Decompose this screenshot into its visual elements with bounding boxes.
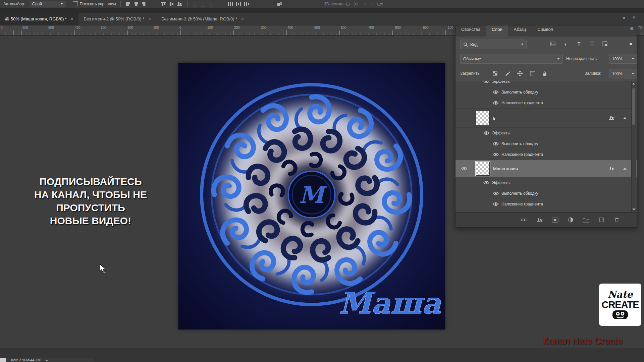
visibility-eye-icon[interactable] [483,181,489,185]
effect-label: Наложение градиента [501,152,543,157]
align-right-edges-icon[interactable] [140,1,148,7]
filter-kind-dropdown[interactable]: Вид [460,40,527,49]
autoselect-value: Слой [32,2,42,6]
opacity-dropdown[interactable]: 100% [609,54,637,64]
chevron-down-icon [557,58,560,60]
collapse-effects-icon[interactable] [623,168,627,170]
3d-orbit-icon[interactable] [344,1,352,7]
lock-transparency-icon[interactable] [491,69,499,77]
visibility-eye-icon[interactable] [493,101,499,105]
visibility-gutter[interactable] [455,109,473,127]
fill-dropdown[interactable]: 100% [609,69,637,78]
visibility-gutter [455,177,473,188]
ruler-label: 100 [153,26,159,29]
filter-type-layers-icon[interactable]: T [575,40,583,48]
lock-pixels-icon[interactable] [503,69,512,77]
document-tab-3[interactable]: Без имени-3 @ 50% (Milana, RGB/8) * × [156,13,249,25]
distribute-vertical-centers-icon[interactable] [199,1,207,7]
layer-effect-row[interactable]: Наложение градиента [455,149,637,160]
layer-effect-row[interactable]: Выполнить обводку [455,138,637,149]
close-icon[interactable]: × [241,16,244,21]
3d-roll-icon[interactable] [352,1,360,7]
subscribe-line: ПРОПУСТИТЬ [20,201,161,214]
align-horizontal-centers-icon[interactable] [132,1,140,7]
filter-toggle-dot[interactable] [630,43,632,45]
collapse-effects-icon[interactable] [623,117,627,119]
close-icon[interactable]: × [633,15,635,20]
close-icon[interactable]: × [71,16,73,21]
adjustment-layer-icon[interactable] [567,216,574,224]
layer-row-selected[interactable]: Маша копия fx [455,160,637,177]
visibility-gutter[interactable] [455,160,473,177]
layer-effect-row[interactable]: Выполнить обводку [455,87,637,98]
ruler-label: 600 [341,26,346,29]
blend-mode-dropdown[interactable]: Обычные [460,54,563,64]
layer-effect-row[interactable]: Выполнить обводку [455,188,637,199]
scroll-down-icon[interactable] [632,208,636,210]
3d-pan-icon[interactable] [360,1,368,7]
layer-mask-icon[interactable] [551,216,559,224]
visibility-eye-icon[interactable] [483,81,489,83]
distribute-top-edges-icon[interactable] [191,1,199,7]
show-controls-checkbox[interactable] [73,1,78,6]
layer-effects-row[interactable]: Эффекты [455,128,637,138]
ruler-label: 300 [261,26,267,29]
visibility-eye-icon[interactable] [483,131,489,135]
layer-name[interactable]: ь [493,116,495,121]
3d-camera-icon[interactable] [376,1,384,7]
layer-thumbnail[interactable] [476,111,490,125]
layer-row[interactable]: ь fx [455,108,637,128]
document-tab-1[interactable]: @ 50% (Маша копия, RGB/8) * × [0,13,78,25]
layer-name[interactable]: Маша копия [493,166,518,171]
layer-thumbnail[interactable] [476,162,490,176]
status-menu-arrow-icon[interactable]: ▸ [46,358,48,362]
distribute-horizontal-centers-icon[interactable] [234,1,243,7]
show-controls-label: Показать упр. элем. [80,2,117,6]
visibility-eye-icon[interactable] [493,153,499,157]
panel-menu-icon[interactable]: ≡ [630,26,633,32]
distribute-bottom-edges-icon[interactable] [207,1,215,7]
close-icon[interactable]: × [148,16,151,21]
filter-pixel-layers-icon[interactable] [549,40,557,48]
ruler-label: 300 [101,26,106,29]
align-left-edges-icon[interactable] [124,1,132,7]
align-vertical-centers-icon[interactable] [168,1,176,7]
3d-slide-icon[interactable] [368,1,376,7]
new-layer-icon[interactable] [598,216,605,224]
ruler-label: 600 [22,26,28,29]
scroll-up-icon[interactable] [632,83,635,84]
filter-adjustment-layers-icon[interactable]: ◐ [562,40,570,48]
delete-layer-trash-icon[interactable] [613,216,621,224]
layer-effect-row[interactable]: Наложение градиента [455,199,637,209]
visibility-eye-icon[interactable] [493,142,499,146]
visibility-eye-icon[interactable] [461,167,467,171]
distribute-right-edges-icon[interactable] [243,1,251,7]
lock-all-icon[interactable] [541,69,549,77]
document-canvas[interactable]: М Маша [178,63,445,329]
filter-shape-layers-icon[interactable] [588,40,596,48]
layer-effects-row[interactable]: Эффекты [455,177,637,188]
layer-effect-row[interactable]: Наложение градиента [455,98,637,108]
auto-align-layers-icon[interactable] [276,1,284,7]
visibility-eye-icon[interactable] [493,191,499,195]
autoselect-dropdown[interactable]: Слой [30,1,65,7]
panel-scrollbar[interactable] [631,81,636,213]
visibility-eye-icon[interactable] [493,90,499,94]
layer-effects-row[interactable]: Эффекты [455,81,637,87]
lock-position-icon[interactable] [516,69,524,77]
tab-title: Без имени-2 @ 50% (RGB/8) * [84,16,144,21]
fx-badge[interactable]: fx [609,115,614,121]
align-top-edges-icon[interactable] [160,1,168,7]
distribute-left-edges-icon[interactable] [226,1,234,7]
filter-smart-objects-icon[interactable] [601,40,609,48]
lock-artboard-icon[interactable] [528,69,536,77]
layer-style-fx-icon[interactable]: fx [536,216,543,224]
collapse-panels-icon[interactable]: « [623,15,625,20]
scrollbar-thumb[interactable] [632,88,635,125]
link-layers-icon[interactable] [521,216,528,224]
align-bottom-edges-icon[interactable] [176,1,184,7]
document-tab-2[interactable]: Без имени-2 @ 50% (RGB/8) * × [78,13,156,25]
new-group-folder-icon[interactable] [582,216,590,224]
fx-badge[interactable]: fx [609,166,614,171]
visibility-eye-icon[interactable] [493,202,499,206]
